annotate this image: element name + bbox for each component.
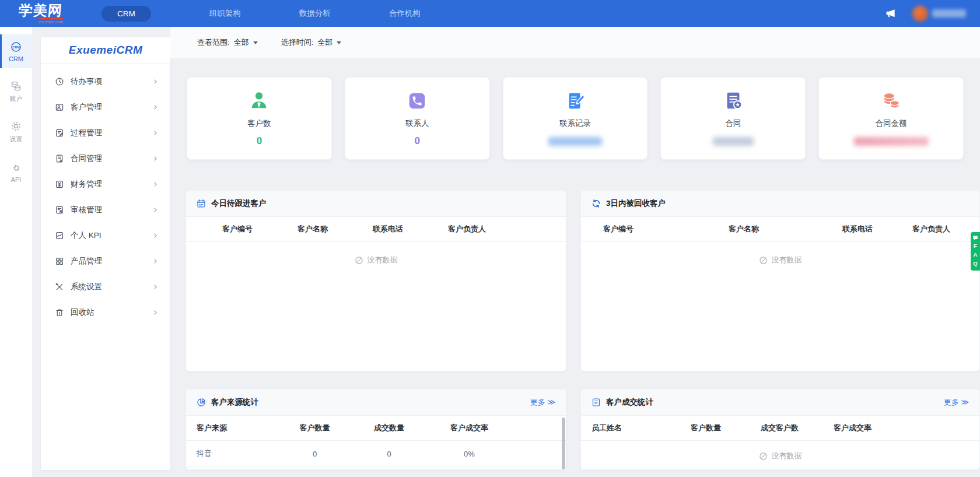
table-row: 抖音 0 0 0% [186,441,566,467]
menu-label: 财务管理 [71,179,102,190]
col-header: 客户编号 [603,224,729,234]
report-list-icon [592,398,601,407]
sidebar-item-finance[interactable]: 财务管理 [41,171,170,197]
scope-filter-dropdown[interactable]: 查看范围: 全部 [197,37,258,48]
panel-recycled-3days: 3日内被回收客户 客户编号 客户名称 联系电话 客户负责人 没有数据 [580,190,980,371]
menu-label: 系统设置 [71,282,102,292]
user-name-redacted [932,9,966,17]
menu-label: 合同管理 [71,153,102,164]
stat-card-contacts: 联系人 0 [345,77,490,160]
svg-text:CRM: CRM [12,45,20,48]
chevron-right-icon [152,104,159,111]
sidebar-item-process[interactable]: 过程管理 [41,120,170,146]
rail-label: CRM [9,55,23,62]
vertical-scrollbar[interactable] [562,418,565,470]
time-filter-dropdown[interactable]: 选择时间: 全部 [281,37,342,48]
menu-label: 产品管理 [71,256,102,266]
sidebar-item-products[interactable]: 产品管理 [41,248,170,274]
stat-label: 客户数 [247,118,271,129]
note-pencil-icon [55,128,64,138]
panel-title: 3日内被回收客户 [606,198,666,209]
sidebar-item-recycle-bin[interactable]: 回收站 [41,300,170,325]
kpi-chart-icon [55,231,64,240]
stat-label: 联系人 [405,118,429,129]
more-link[interactable]: 更多 ≫ [530,397,555,408]
brand-logo: 学美网 exuemei.com [19,3,63,24]
menu-label: 回收站 [71,307,94,318]
navbar-right [884,6,966,22]
stat-card-contract-amount: 合同金额 [818,77,964,160]
recycle-icon [592,199,601,208]
no-data-icon [355,256,363,265]
cell-deal-count: 0 [351,450,427,458]
rail-label: 设置 [10,135,23,143]
col-header: 员工姓名 [592,423,691,433]
coins-icon [880,89,902,113]
calendar-icon [197,199,206,208]
rail-item-account[interactable]: 账户 [0,75,32,108]
document-pencil-icon [564,89,586,113]
chevron-right-icon [152,78,159,85]
table-header-row: 客户编号 客户名称 联系电话 客户负责人 [581,217,979,242]
nav-item-analytics[interactable]: 数据分析 [299,8,331,19]
brand-title: 学美网 [18,3,64,17]
sidebar-logo: ExuemeiCRM [41,37,170,64]
stat-card-customers: 客户数 0 [187,77,332,160]
menu-label: 待办事项 [71,76,102,87]
nav-item-org[interactable]: 组织架构 [209,8,241,19]
faq-side-tab[interactable]: F A Q [971,232,980,271]
stat-value: 0 [257,135,262,147]
col-header: 客户负责人 [448,224,523,234]
sidebar-item-system-settings[interactable]: 系统设置 [41,274,170,300]
sidebar-item-audit[interactable]: 审核管理 [41,197,170,223]
menu-label: 客户管理 [71,102,102,113]
caret-down-icon [253,41,258,47]
brand-subtitle: exuemei.com [38,18,63,24]
col-header: 客户数量 [278,423,351,433]
empty-state: 没有数据 [581,242,979,265]
app-body: CRM CRM 账户 设置 [0,27,980,477]
empty-state: 没有数据 [581,441,979,461]
menu-label: 个人 KPI [71,230,102,241]
nav-item-crm[interactable]: CRM [102,6,151,22]
time-filter-label: 选择时间: [281,37,314,48]
rail-item-settings[interactable]: 设置 [0,115,32,149]
chevron-right-icon [152,232,159,239]
sidebar-item-kpi[interactable]: 个人 KPI [41,223,170,248]
phone-icon [406,89,428,113]
panel-header: 3日内被回收客户 [581,191,979,217]
empty-state: 没有数据 [186,242,566,265]
chevron-right-icon [152,258,159,265]
panel-header: 客户成交统计 更多 ≫ [581,390,979,416]
faq-letter: F [974,242,977,250]
stat-label: 合同金额 [876,118,907,129]
chevron-right-icon [152,283,159,290]
table-header-row: 客户编号 客户名称 联系电话 客户负责人 [186,217,566,242]
sidebar-item-contracts[interactable]: 合同管理 [41,146,170,171]
sidebar-item-customers[interactable]: 客户管理 [41,94,170,120]
sidebar-item-todo[interactable]: 待办事项 [41,69,170,94]
scope-filter-label: 查看范围: [197,37,230,48]
megaphone-icon[interactable] [884,7,897,20]
more-link[interactable]: 更多 ≫ [944,397,969,408]
col-header: 客户成交率 [834,423,979,433]
top-nav-items: CRM 组织架构 数据分析 合作机构 [102,6,421,22]
no-data-icon [759,452,768,461]
menu-label: 过程管理 [71,128,102,138]
filter-bar: 查看范围: 全部 选择时间: 全部 [170,27,980,58]
clock-icon [55,77,64,86]
col-header: 客户编号 [222,224,298,234]
panel-customer-source-stats: 客户来源统计 更多 ≫ 客户来源 客户数量 成交数量 客户成交率 抖音 0 0 … [186,389,566,470]
rail-label: 账户 [10,94,23,103]
col-header: 客户名称 [298,224,373,234]
rail-item-crm[interactable]: CRM CRM [0,34,32,68]
pie-chart-icon [197,398,206,407]
stat-label: 合同 [725,118,741,129]
rail-item-api[interactable]: API [0,155,32,189]
customer-user-icon [248,89,270,113]
yuan-box-icon [55,180,64,189]
nav-item-partners[interactable]: 合作机构 [389,8,421,19]
database-icon [10,80,22,92]
user-avatar[interactable] [912,6,966,22]
table-header-row: 客户来源 客户数量 成交数量 客户成交率 [186,416,566,441]
